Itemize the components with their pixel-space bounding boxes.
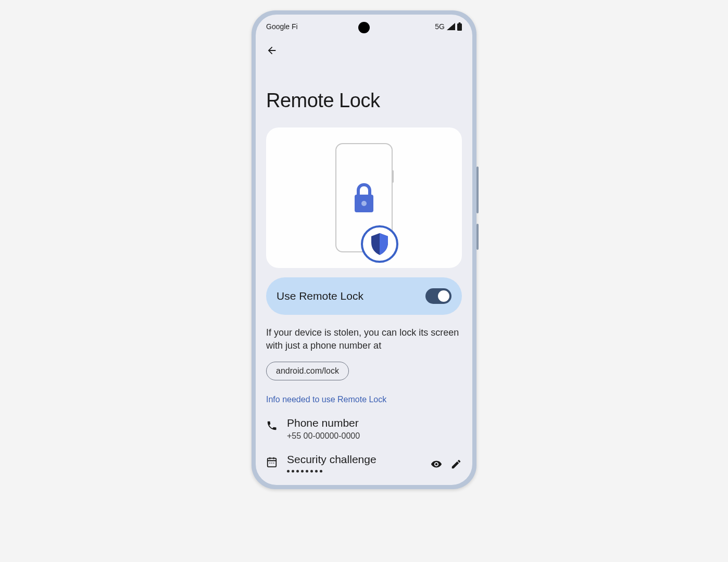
svg-rect-1 — [459, 22, 461, 23]
battery-icon — [457, 22, 462, 31]
security-challenge-row[interactable]: Security challenge — [266, 453, 462, 472]
volume-button — [476, 167, 479, 213]
security-challenge-title: Security challenge — [287, 453, 421, 466]
power-button — [476, 224, 479, 250]
phone-number-body: Phone number +55 00-00000-0000 — [287, 417, 462, 441]
phone-number-value: +55 00-00000-0000 — [287, 431, 462, 441]
illustration-card — [266, 127, 462, 268]
screen: Google Fi 5G Remote Lock — [256, 15, 472, 485]
eye-icon[interactable] — [431, 458, 442, 470]
status-right: 5G — [435, 22, 462, 31]
carrier-label: Google Fi — [266, 22, 298, 31]
description-text: If your device is stolen, you can lock i… — [266, 326, 462, 352]
edit-icon[interactable] — [450, 458, 462, 470]
section-header: Info needed to use Remote Lock — [266, 395, 462, 404]
svg-point-3 — [361, 201, 367, 206]
calendar-icon — [266, 456, 278, 468]
svg-point-10 — [273, 463, 274, 464]
svg-rect-0 — [457, 23, 462, 31]
use-remote-lock-row[interactable]: Use Remote Lock — [266, 277, 462, 315]
phone-frame: Google Fi 5G Remote Lock — [252, 10, 476, 489]
phone-number-row[interactable]: Phone number +55 00-00000-0000 — [266, 417, 462, 441]
content: Remote Lock Use Remote L — [256, 90, 472, 483]
remote-lock-toggle[interactable] — [425, 288, 451, 304]
shield-icon — [370, 233, 389, 255]
security-challenge-dots — [287, 470, 421, 472]
svg-point-9 — [271, 463, 272, 464]
network-label: 5G — [435, 22, 445, 31]
security-actions — [431, 458, 462, 470]
nav-bar — [256, 39, 472, 58]
page-title: Remote Lock — [266, 90, 462, 112]
phone-number-title: Phone number — [287, 417, 462, 429]
lock-icon — [353, 183, 375, 212]
signal-icon — [447, 23, 455, 30]
svg-point-8 — [269, 463, 270, 464]
shield-badge — [361, 225, 398, 263]
security-challenge-body: Security challenge — [287, 453, 421, 472]
lock-url-chip[interactable]: android.com/lock — [266, 362, 349, 380]
back-icon[interactable] — [266, 45, 278, 56]
phone-icon — [266, 420, 278, 431]
camera-hole — [358, 22, 370, 33]
toggle-label: Use Remote Lock — [277, 290, 363, 302]
